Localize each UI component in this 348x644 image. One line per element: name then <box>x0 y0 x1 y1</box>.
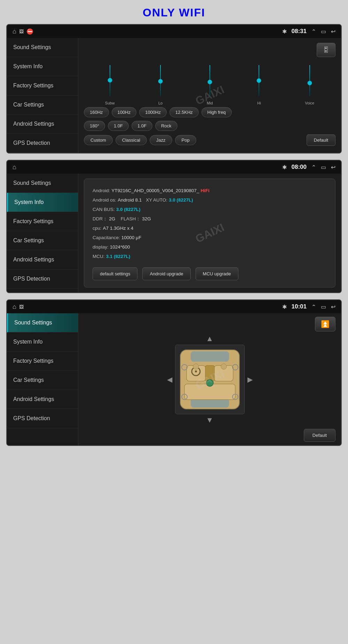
back-icon-2[interactable]: ↩ <box>331 164 335 171</box>
svg-point-10 <box>193 364 199 369</box>
eq-slider-mid: Mid <box>206 63 213 105</box>
eq-freq-buttons: 160Hz 100Hz 1000Hz 12.5KHz High freq <box>84 107 335 117</box>
eq-preset-row: Custom Classical Jazz Pop Default <box>84 134 335 146</box>
sidebar-item-sound-1[interactable]: Sound Settings <box>7 38 78 57</box>
slider-subw-track[interactable] <box>106 63 113 97</box>
signal-icon-2: ⌃ <box>311 164 316 171</box>
eq-slider-lo: Lo <box>157 63 164 105</box>
canbus-label: CAN BUS: <box>93 205 115 214</box>
btn-pop[interactable]: Pop <box>175 135 196 145</box>
sidebar-item-gps-1[interactable]: GPS Detection <box>7 134 78 153</box>
speaker-arrow-down[interactable]: ▼ <box>206 416 214 425</box>
sidebar-item-car-3[interactable]: Car Settings <box>7 371 78 390</box>
slider-lo-label: Lo <box>158 101 163 105</box>
sidebar-item-sysinfo-2[interactable]: System Info <box>7 193 78 212</box>
sysinfo-cap-row: Capacitance: 10000 μF <box>93 233 327 242</box>
sysinfo-ddr-row: DDR： 2G FLASH： 32G <box>93 214 327 223</box>
slider-mid-label: Mid <box>207 101 213 105</box>
slider-lo-track[interactable] <box>157 63 164 97</box>
sidebar-item-sysinfo-3[interactable]: System Info <box>7 332 78 352</box>
home-icon-2[interactable]: ⌂ <box>13 164 16 171</box>
gallery-icon-3: 🖼 <box>19 304 24 309</box>
status-time-1: 08:31 <box>292 28 307 35</box>
warning-icon-1: ⛔ <box>26 28 33 35</box>
btn-default-settings[interactable]: default settings <box>93 267 137 280</box>
status-bar-2: ⌂ ✱ 08:00 ⌃ ▭ ↩ <box>7 160 341 174</box>
svg-point-11 <box>221 364 227 369</box>
btn-125khz[interactable]: 12.5KHz <box>169 107 199 117</box>
btn-1000hz[interactable]: 1000Hz <box>139 107 167 117</box>
sysinfo-mcu-row: MCU: 3.1 (8227L) <box>93 252 327 261</box>
status-left-2: ⌂ <box>13 164 16 171</box>
panel-speaker: ⌂ 🖼 ✱ 10:01 ⌃ ▭ ↩ Sound Settings System … <box>6 299 342 446</box>
signal-icon-3: ⌃ <box>311 304 316 310</box>
sysinfo-cpu-row: cpu: A7 1.3GHz x 4 <box>93 223 327 233</box>
signal-icon-1: ⌃ <box>311 28 316 35</box>
sidebar-item-gps-2[interactable]: GPS Detection <box>7 269 78 289</box>
mcu-value: 3.1 (8227L) <box>106 252 130 261</box>
cpu-value: A7 1.3GHz x 4 <box>103 223 134 233</box>
back-icon-1[interactable]: ↩ <box>331 28 335 35</box>
gallery-icon-1: 🖼 <box>19 29 24 34</box>
speaker-arrow-right[interactable]: ▶ <box>247 375 253 384</box>
sidebar-item-car-2[interactable]: Car Settings <box>7 231 78 250</box>
btn-jazz[interactable]: Jazz <box>150 135 172 145</box>
sidebar-item-sound-2[interactable]: Sound Settings <box>7 174 78 193</box>
back-icon-3[interactable]: ↩ <box>331 304 335 310</box>
sidebar-item-factory-3[interactable]: Factory Settings <box>7 352 78 371</box>
sidebar-item-gps-3[interactable]: GPS Detection <box>7 409 78 428</box>
btn-160hz[interactable]: 160Hz <box>84 107 109 117</box>
bluetooth-icon-1: ✱ <box>282 28 287 35</box>
slider-hi-track[interactable] <box>255 63 262 97</box>
sysinfo-main: GAIXI Android: YT9216C_AHD_00005_V004_20… <box>78 174 341 292</box>
btn-180deg[interactable]: 180° <box>84 121 105 131</box>
btn-classical[interactable]: Classical <box>116 135 147 145</box>
speaker-arrow-left[interactable]: ◀ <box>167 375 172 384</box>
speaker-arrow-up[interactable]: ▲ <box>206 334 214 343</box>
speaker-eq-icon-button[interactable]: ⏫ <box>315 317 335 331</box>
btn-custom[interactable]: Custom <box>84 135 113 145</box>
btn-highfreq[interactable]: High freq <box>201 107 232 117</box>
sidebar-item-android-3[interactable]: Android Settings <box>7 390 78 409</box>
canbus-value: 3.0 (8227L) <box>116 205 141 214</box>
sidebar-item-factory-2[interactable]: Factory Settings <box>7 212 78 231</box>
btn-mcu-upgrade[interactable]: MCU upgrade <box>196 267 238 280</box>
android-label: Android: <box>93 186 110 195</box>
androidos-label: Android os: <box>93 195 116 205</box>
sidebar-item-car-1[interactable]: Car Settings <box>7 95 78 115</box>
svg-rect-6 <box>205 366 214 381</box>
sidebar-item-sound-3[interactable]: Sound Settings <box>7 313 78 332</box>
eq-icon-button[interactable]: 🎛 <box>317 43 335 57</box>
slider-mid-track[interactable] <box>206 63 213 97</box>
eq-slider-subw: Subw <box>105 63 115 105</box>
eq-slider-voice: Voice <box>305 63 314 105</box>
sysinfo-os-row: Android os: Android 8.1 XY AUTO: 3.0 (82… <box>93 195 327 205</box>
sidebar-item-android-1[interactable]: Android Settings <box>7 115 78 134</box>
window-icon-3: ▭ <box>321 304 326 310</box>
ddr-value: 2G <box>109 214 115 223</box>
home-icon-3[interactable]: ⌂ <box>13 303 16 311</box>
btn-100hz[interactable]: 100Hz <box>112 107 137 117</box>
speaker-main: GAIXI ⏫ ▲ ◀ <box>78 313 341 445</box>
slider-subw-label: Subw <box>105 101 115 105</box>
btn-1f-1[interactable]: 1.0F <box>108 121 129 131</box>
flash-label: FLASH： <box>121 214 141 223</box>
sidebar-item-android-2[interactable]: Android Settings <box>7 250 78 269</box>
panel-eq: ⌂ 🖼 ⛔ ✱ 08:31 ⌃ ▭ ↩ Sound Settings Syste… <box>6 24 342 154</box>
home-icon-1[interactable]: ⌂ <box>13 28 16 35</box>
status-left-3: ⌂ 🖼 <box>13 303 24 311</box>
btn-1f-2[interactable]: 1.0F <box>132 121 152 131</box>
btn-rock[interactable]: Rock <box>155 121 177 131</box>
cpu-label: cpu: <box>93 223 102 233</box>
car-image-box <box>175 345 245 414</box>
slider-voice-track[interactable] <box>306 63 313 97</box>
android-suffix: HiFi <box>201 186 210 195</box>
sysinfo-canbus-row: CAN BUS: 3.0 (8227L) <box>93 205 327 214</box>
panel-body-3: Sound Settings System Info Factory Setti… <box>7 313 341 445</box>
sidebar-item-factory-1[interactable]: Factory Settings <box>7 76 78 95</box>
eq-default-button[interactable]: Default <box>307 134 335 146</box>
btn-android-upgrade[interactable]: Android upgrade <box>142 267 190 280</box>
speaker-default-button[interactable]: Default <box>304 429 335 442</box>
status-right-1: ✱ 08:31 ⌃ ▭ ↩ <box>282 28 335 35</box>
sidebar-item-sysinfo-1[interactable]: System Info <box>7 57 78 76</box>
